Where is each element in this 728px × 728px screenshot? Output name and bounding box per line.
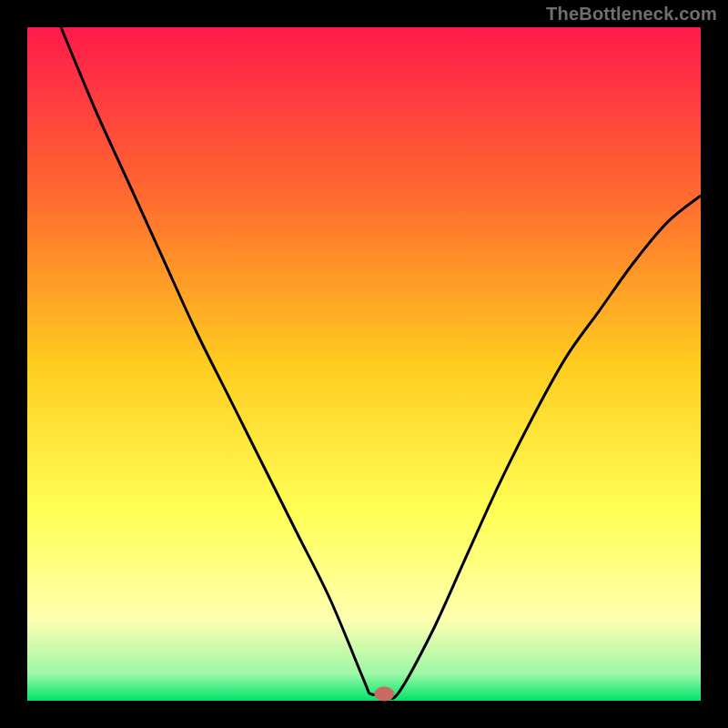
bottleneck-chart [0, 0, 728, 728]
plot-background [27, 27, 701, 701]
optimal-point-marker [374, 687, 394, 702]
attribution-label: TheBottleneck.com [546, 4, 717, 25]
chart-container: TheBottleneck.com [0, 0, 728, 728]
